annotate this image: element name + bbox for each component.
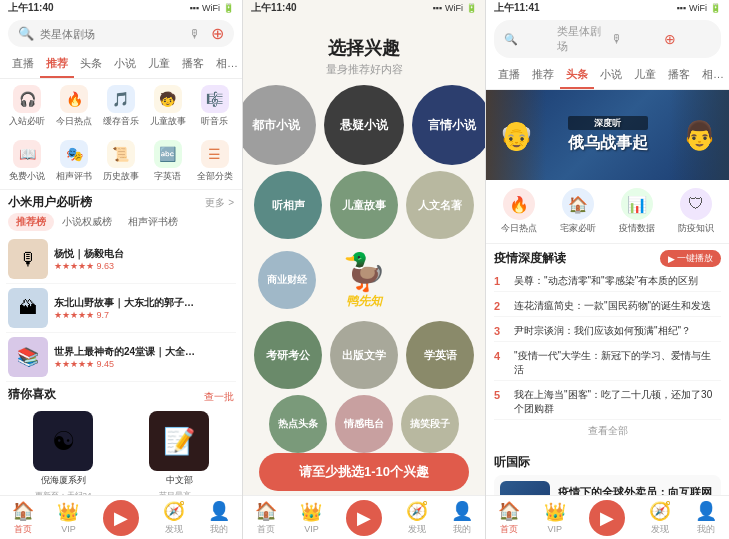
shortcut-free-novel[interactable]: 📖 免费小说 — [9, 140, 45, 183]
bottom-home-1[interactable]: 🏠 首页 — [12, 500, 34, 536]
tab-more-1[interactable]: 相… — [210, 51, 242, 78]
play-btn-3[interactable]: ▶ — [589, 500, 625, 536]
home-label-2: 首页 — [257, 523, 275, 536]
qa-hot[interactable]: 🔥 今日热点 — [501, 188, 537, 235]
see-more-btn[interactable]: 查看全部 — [494, 420, 721, 442]
deep-item-5[interactable]: 5 我在上海当"困客"：吃了二十几顿，还加了30个团购群 — [494, 385, 721, 420]
qa-home[interactable]: 🏠 宅家必听 — [560, 188, 596, 235]
bottom-discover-1[interactable]: 🧭 发现 — [163, 500, 185, 536]
tab-podcast-1[interactable]: 播客 — [176, 51, 210, 78]
tab-recommend-1[interactable]: 推荐 — [40, 51, 74, 78]
tab-live-1[interactable]: 直播 — [6, 51, 40, 78]
bottom-home-3[interactable]: 🏠 首页 — [498, 500, 520, 536]
rank-tab-comic[interactable]: 相声评书榜 — [120, 213, 186, 231]
bottom-play-3[interactable]: ▶ — [589, 500, 625, 536]
tab-kids-3[interactable]: 儿童 — [628, 62, 662, 89]
bubble-hotspot[interactable]: 热点头条 — [269, 395, 327, 453]
bubble-kids-story[interactable]: 儿童故事 — [330, 171, 398, 239]
rank-item-3[interactable]: 📚 世界上最神奇的24堂课｜大全… ★★★★★ 9.45 — [6, 333, 236, 382]
tab-headline-3[interactable]: 头条 — [560, 62, 594, 89]
panel-1: 上午11:40 ▪▪▪ WiFi 🔋 🔍 🎙 ⊕ 直播 推荐 头条 小说 儿童 … — [0, 0, 243, 539]
deep-item-3[interactable]: 3 尹时宗谈润：我们应该如何预满"相纪"？ — [494, 321, 721, 342]
shortcut-all-categories[interactable]: ☰ 全部分类 — [197, 140, 233, 183]
deep-item-4[interactable]: 4 "疫情一代"大学生：新冠下的学习、爱情与生活 — [494, 346, 721, 381]
tab-live-3[interactable]: 直播 — [492, 62, 526, 89]
search-input-1[interactable] — [40, 28, 183, 40]
search-bar-3[interactable]: 🔍 类星体剧场 🎙 ⊕ — [494, 20, 721, 58]
tab-headline-1[interactable]: 头条 — [74, 51, 108, 78]
bubble-english[interactable]: 学英语 — [406, 321, 474, 389]
tab-recommend-3[interactable]: 推荐 — [526, 62, 560, 89]
bottom-discover-3[interactable]: 🧭 发现 — [649, 500, 671, 536]
vip-icon-3: 👑 — [544, 501, 566, 523]
rank-item-1[interactable]: 🎙 杨悦｜杨毅电台 ★★★★★ 9.63 — [6, 235, 236, 284]
shortcut-music-cache[interactable]: 🎵 缓存音乐 — [103, 85, 139, 128]
shortcut-comic-talk[interactable]: 🎭 相声评书 — [56, 140, 92, 183]
tab-novel-3[interactable]: 小说 — [594, 62, 628, 89]
bottom-vip-2[interactable]: 👑 VIP — [300, 501, 322, 534]
shortcut-listen[interactable]: 🎧 入站必听 — [9, 85, 45, 128]
profile-label-1: 我的 — [210, 523, 228, 536]
mic-icon-3[interactable]: 🎙 — [611, 32, 658, 46]
qa-prevention[interactable]: 🛡 防疫知识 — [678, 188, 714, 235]
play-btn-1[interactable]: ▶ — [103, 500, 139, 536]
deep-play-button[interactable]: ▶ 一键播放 — [660, 250, 721, 267]
hero-banner-3[interactable]: 👴 👨 深度听 俄乌战事起 — [486, 90, 729, 180]
shortcut-history[interactable]: 📜 历史故事 — [103, 140, 139, 183]
shortcut-listento-music[interactable]: 🎼 听音乐 — [197, 85, 233, 128]
bubble-humanities[interactable]: 人文名著 — [406, 171, 474, 239]
rank-tab-novel[interactable]: 小说权威榜 — [54, 213, 120, 231]
confirm-interests-button[interactable]: 请至少挑选1-10个兴趣 — [259, 453, 469, 491]
bubble-business[interactable]: 商业财经 — [258, 251, 316, 309]
listento-label: 听音乐 — [201, 115, 228, 128]
bottom-profile-2[interactable]: 👤 我的 — [451, 500, 473, 536]
shortcut-english[interactable]: 🔤 字英语 — [150, 140, 186, 183]
qa-data[interactable]: 📊 疫情数据 — [619, 188, 655, 235]
shortcut-kids[interactable]: 🧒 儿童故事 — [150, 85, 186, 128]
hero-text: 深度听 俄乌战事起 — [568, 116, 648, 155]
home-icon-1: 🏠 — [12, 500, 34, 522]
bottom-discover-2[interactable]: 🧭 发现 — [406, 500, 428, 536]
ranking-more-1[interactable]: 更多 > — [205, 196, 234, 210]
qa-data-label: 疫情数据 — [619, 222, 655, 235]
tab-podcast-3[interactable]: 播客 — [662, 62, 696, 89]
shortcut-hot[interactable]: 🔥 今日热点 — [56, 85, 92, 128]
bubble-mystery-novel[interactable]: 悬疑小说 — [324, 85, 404, 165]
rec-name-2: 中文部 — [166, 474, 193, 487]
bottom-profile-1[interactable]: 👤 我的 — [208, 500, 230, 536]
mic-icon-1[interactable]: 🎙 — [189, 27, 201, 41]
tab-novel-1[interactable]: 小说 — [108, 51, 142, 78]
bubble-romance-novel[interactable]: 言情小说 — [412, 85, 486, 165]
signal-icon: ▪▪▪ — [189, 3, 199, 13]
bubble-exam[interactable]: 考研考公 — [254, 321, 322, 389]
bubble-lit[interactable]: 出版文学 — [330, 321, 398, 389]
rank-stars-3: ★★★★★ 9.45 — [54, 359, 234, 369]
bottom-play-2[interactable]: ▶ — [346, 500, 382, 536]
bubble-crosstalk[interactable]: 听相声 — [254, 171, 322, 239]
bottom-profile-3[interactable]: 👤 我的 — [695, 500, 717, 536]
home-icon-3: 🏠 — [498, 500, 520, 522]
bottom-vip-3[interactable]: 👑 VIP — [544, 501, 566, 534]
bubble-urban-novel[interactable]: 都市小说 — [243, 85, 316, 165]
add-icon-3[interactable]: ⊕ — [664, 31, 711, 47]
deep-num-3: 3 — [494, 325, 508, 337]
bubble-comedy[interactable]: 搞笑段子 — [401, 395, 459, 453]
search-text-3: 类星体剧场 — [557, 24, 604, 54]
bottom-home-2[interactable]: 🏠 首页 — [255, 500, 277, 536]
home-icon-2: 🏠 — [255, 500, 277, 522]
rec-all-btn[interactable]: 查一批 — [204, 390, 234, 404]
wifi-icon-3: WiFi — [689, 3, 707, 13]
add-icon-1[interactable]: ⊕ — [211, 24, 224, 43]
tab-more-3[interactable]: 相… — [696, 62, 729, 89]
bubble-emotion[interactable]: 情感电台 — [335, 395, 393, 453]
vip-label-3: VIP — [547, 524, 562, 534]
play-btn-2[interactable]: ▶ — [346, 500, 382, 536]
rank-item-2[interactable]: 🏔 东北山野故事｜大东北的郭子… ★★★★★ 9.7 — [6, 284, 236, 333]
bottom-play-1[interactable]: ▶ — [103, 500, 139, 536]
rank-tab-recommend[interactable]: 推荐榜 — [8, 213, 54, 231]
bottom-vip-1[interactable]: 👑 VIP — [57, 501, 79, 534]
deep-item-1[interactable]: 1 吴尊："动态清零"和"零感染"有本质的区别 — [494, 271, 721, 292]
tab-kids-1[interactable]: 儿童 — [142, 51, 176, 78]
deep-item-2[interactable]: 2 连花清瘟简史：一款"国民药物"的诞生和发迭 — [494, 296, 721, 317]
search-bar-1[interactable]: 🔍 🎙 ⊕ — [8, 20, 234, 47]
